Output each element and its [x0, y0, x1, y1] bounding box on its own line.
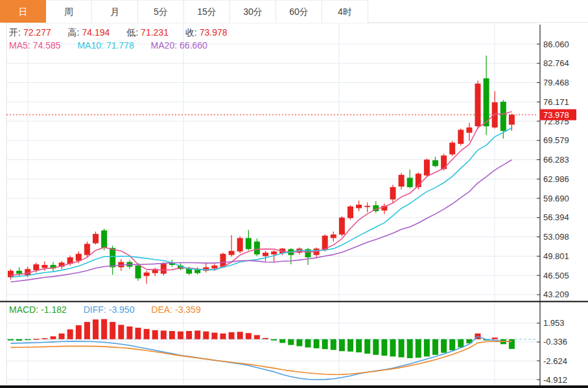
close-label: 收: [185, 27, 197, 38]
macd-bar [399, 339, 405, 358]
candle [161, 264, 167, 273]
macd-bar [254, 335, 260, 339]
last-price-tag: 73.978 [540, 109, 576, 120]
macd-bar [347, 339, 353, 352]
macd-bar [322, 339, 328, 349]
macd-bar [161, 330, 167, 339]
macd-bar [432, 339, 438, 355]
macd-bar [51, 336, 56, 339]
candle [135, 266, 141, 279]
candle [237, 238, 243, 251]
candle [432, 160, 438, 166]
candle [16, 271, 22, 274]
high-label: 高: [68, 27, 80, 38]
price-axis-label: 59.690 [543, 194, 569, 203]
high-value: 74.194 [82, 27, 110, 38]
macd-bar [356, 339, 362, 352]
macd-bar [449, 339, 455, 350]
macd-bar [67, 329, 73, 339]
macd-bar [135, 328, 141, 339]
candle [144, 273, 150, 276]
macd-bar [84, 322, 90, 339]
candle [399, 175, 405, 187]
macd-bar [492, 337, 498, 339]
price-axis-label: 49.801 [543, 251, 569, 261]
macd-readout: MACD:-1.182 DIFF:-3.950 DEA:-3.359 [9, 304, 204, 315]
macd-axis-label: -2.624 [543, 356, 567, 366]
macd-bar [211, 333, 217, 339]
macd-axis-label: 1.953 [543, 318, 565, 328]
candle [339, 218, 345, 234]
candle [33, 264, 39, 270]
candle [500, 102, 506, 131]
macd-histogram [8, 319, 515, 358]
price-axis-label: 43.209 [543, 290, 569, 299]
candle [407, 177, 413, 187]
macd-bar [509, 339, 515, 349]
candle [509, 115, 515, 124]
candle [466, 128, 472, 133]
candle [458, 130, 464, 144]
candle [246, 238, 252, 249]
macd-bar [8, 339, 14, 341]
price-axis-label: 69.579 [543, 135, 569, 145]
ma20-value: 66.660 [180, 40, 207, 51]
macd-bar [458, 339, 464, 348]
candle [41, 265, 47, 268]
macd-bar [178, 332, 183, 339]
macd-bar [279, 339, 285, 343]
macd-bar [296, 339, 302, 347]
macd-bar [407, 339, 413, 358]
macd-axis-label: -0.336 [543, 337, 567, 347]
macd-bar [416, 339, 421, 358]
macd-bar [126, 326, 132, 339]
kline-page: { "toolbar": { "tabs": [ {"label": "日", … [0, 0, 588, 388]
macd-bar [194, 330, 200, 339]
macd-bar [25, 339, 30, 340]
macd-bar [76, 325, 82, 339]
macd-bar [424, 339, 430, 357]
candle [211, 266, 217, 269]
candle [475, 84, 481, 126]
main-chart[interactable]: 86.06082.76479.46876.17172.87569.57966.2… [0, 0, 588, 388]
ohlc-readout: 开:72.277 高:74.194 低:71.231 收:73.978 [9, 27, 230, 39]
candle [347, 207, 353, 218]
macd-axis: 1.953-0.336-2.624-4.912 [537, 318, 567, 384]
macd-axis-label: -4.912 [543, 375, 567, 385]
ma-readout: MA5:74.585 MA10:71.778 MA20:66.660 [9, 40, 210, 51]
diff-label: DIFF: [84, 304, 106, 315]
candle [84, 244, 90, 255]
macd-value: -1.182 [41, 304, 67, 315]
price-axis-label: 62.986 [543, 174, 569, 184]
candle [331, 234, 336, 238]
low-label: 低: [126, 27, 138, 38]
macd-bar [186, 331, 192, 339]
macd-bar [271, 339, 277, 341]
macd-label: MACD: [9, 304, 38, 315]
price-axis: 86.06082.76479.46876.17172.87569.57966.2… [537, 40, 569, 300]
price-axis-label: 82.764 [543, 58, 569, 68]
macd-bar [41, 338, 47, 339]
macd-bar [237, 332, 243, 339]
price-axis-label: 79.468 [543, 78, 569, 87]
candle [424, 159, 430, 175]
price-axis-label: 76.171 [543, 97, 569, 107]
ma5-label: MA5: [9, 40, 30, 51]
macd-bar [364, 339, 370, 354]
ma20-label: MA20: [151, 40, 177, 51]
macd-bar [93, 319, 99, 339]
candle [449, 143, 455, 154]
macd-bar [288, 339, 294, 345]
candle [484, 78, 489, 126]
macd-bar [59, 334, 65, 339]
candle [110, 248, 115, 268]
candle [356, 205, 362, 208]
macd-bar [305, 339, 311, 348]
macd-bar [203, 332, 209, 339]
macd-bar [110, 322, 115, 339]
candle [194, 269, 200, 273]
price-axis-label: 86.060 [543, 40, 569, 49]
macd-bar [314, 339, 320, 348]
price-axis-label: 53.098 [543, 232, 569, 242]
chart-canvas[interactable]: 86.06082.76479.46876.17172.87569.57966.2… [0, 0, 588, 388]
